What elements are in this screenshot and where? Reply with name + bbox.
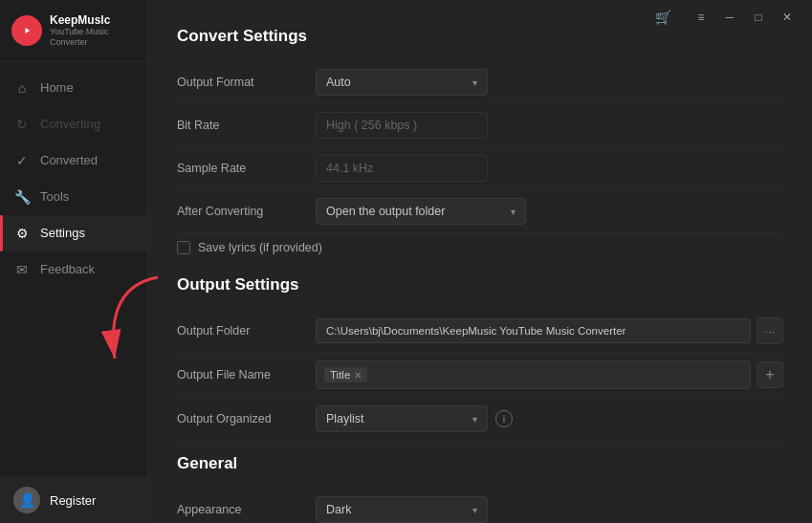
bit-rate-row: Bit Rate High ( 256 kbps ) <box>177 104 783 147</box>
menu-button[interactable]: ≡ <box>688 8 714 27</box>
output-folder-row: Output Folder C:\Users\bj\Documents\Keep… <box>177 310 783 353</box>
converting-icon: ↻ <box>13 116 31 133</box>
output-filename-row: Output File Name Title ✕ + <box>177 353 783 398</box>
close-button[interactable]: ✕ <box>774 8 801 27</box>
sidebar: KeepMuslc YouTube Music Converter ⌂ Home… <box>0 0 148 523</box>
tag-close-icon[interactable]: ✕ <box>354 370 362 381</box>
sidebar-item-label-feedback: Feedback <box>40 262 95 276</box>
sample-rate-control: 44.1 kHz <box>316 155 783 182</box>
chevron-down-icon: ▾ <box>472 505 477 515</box>
feedback-icon: ✉ <box>13 261 31 278</box>
output-organized-dropdown[interactable]: Playlist ▾ <box>316 405 488 432</box>
add-file-name-button[interactable]: + <box>757 361 783 388</box>
chevron-down-icon: ▾ <box>472 414 477 425</box>
converted-icon: ✓ <box>13 152 31 169</box>
sidebar-item-label-converting: Converting <box>40 117 100 131</box>
sidebar-item-label-settings: Settings <box>40 226 85 240</box>
tools-icon: 🔧 <box>13 188 31 206</box>
app-subtitle: YouTube Music Converter <box>50 27 136 48</box>
tag-input-row: Title ✕ + <box>316 360 783 389</box>
titlebar: 🛒 ≡ ─ □ ✕ <box>638 0 812 34</box>
cart-icon[interactable]: 🛒 <box>649 8 676 27</box>
logo-area: KeepMuslc YouTube Music Converter <box>0 0 147 62</box>
title-tag: Title ✕ <box>324 367 367 382</box>
output-organized-value: Playlist <box>326 412 364 425</box>
output-format-control: Auto ▾ <box>316 69 783 96</box>
output-folder-control: C:\Users\bj\Documents\KeepMusic YouTube … <box>316 317 783 344</box>
tag-label: Title <box>330 369 350 381</box>
folder-input[interactable]: C:\Users\bj\Documents\KeepMusic YouTube … <box>316 318 751 343</box>
output-folder-label: Output Folder <box>177 324 316 338</box>
home-icon: ⌂ <box>13 79 31 97</box>
sample-rate-row: Sample Rate 44.1 kHz <box>177 147 783 190</box>
bit-rate-value: High ( 256 kbps ) <box>316 112 488 139</box>
output-format-label: Output Format <box>177 76 316 89</box>
settings-icon: ⚙ <box>13 225 31 242</box>
chevron-down-icon: ▾ <box>472 77 477 88</box>
appearance-dropdown[interactable]: Dark ▾ <box>316 496 488 523</box>
appearance-row: Appearance Dark ▾ <box>177 489 783 523</box>
avatar: 👤 <box>13 487 40 513</box>
main-content: 🛒 ≡ ─ □ ✕ Convert Settings Output Format… <box>148 0 812 523</box>
sidebar-item-tools[interactable]: 🔧 Tools <box>0 179 147 215</box>
output-format-dropdown[interactable]: Auto ▾ <box>316 69 488 96</box>
after-converting-row: After Converting Open the output folder … <box>177 190 783 233</box>
sample-rate-label: Sample Rate <box>177 162 316 175</box>
minimize-button[interactable]: ─ <box>716 8 743 27</box>
after-converting-control: Open the output folder ▾ <box>316 198 783 225</box>
sidebar-item-converted[interactable]: ✓ Converted <box>0 142 147 179</box>
maximize-button[interactable]: □ <box>745 8 772 27</box>
folder-browse-button[interactable]: ··· <box>757 317 783 344</box>
output-filename-control: Title ✕ + <box>316 360 783 389</box>
register-area[interactable]: 👤 Register <box>0 477 147 523</box>
sidebar-item-settings[interactable]: ⚙ Settings <box>0 215 147 251</box>
content-area: Convert Settings Output Format Auto ▾ Bi… <box>148 0 812 523</box>
bit-rate-control: High ( 256 kbps ) <box>316 112 783 139</box>
output-format-row: Output Format Auto ▾ <box>177 61 783 104</box>
output-organized-row: Output Organized Playlist ▾ i <box>177 398 783 441</box>
nav-items: ⌂ Home ↻ Converting ✓ Converted 🔧 Tools … <box>0 62 147 477</box>
output-organized-label: Output Organized <box>177 412 316 425</box>
sidebar-item-home[interactable]: ⌂ Home <box>0 70 147 106</box>
chevron-down-icon: ▾ <box>511 207 516 217</box>
appearance-control: Dark ▾ <box>316 496 783 523</box>
app-logo-icon <box>11 15 42 46</box>
appearance-value: Dark <box>326 503 351 516</box>
app-name: KeepMuslc <box>50 13 136 27</box>
output-organized-control: Playlist ▾ i <box>316 405 783 432</box>
folder-input-row: C:\Users\bj\Documents\KeepMusic YouTube … <box>316 317 783 344</box>
general-title: General <box>177 454 783 473</box>
output-format-value: Auto <box>326 76 351 89</box>
after-converting-label: After Converting <box>177 205 316 218</box>
sidebar-item-label-home: Home <box>40 80 74 95</box>
after-converting-dropdown[interactable]: Open the output folder ▾ <box>316 198 526 225</box>
tag-area[interactable]: Title ✕ <box>316 360 751 389</box>
appearance-label: Appearance <box>177 503 316 516</box>
output-settings-title: Output Settings <box>177 275 783 294</box>
save-lyrics-checkbox[interactable] <box>177 241 190 254</box>
sidebar-item-label-tools: Tools <box>40 189 69 204</box>
sidebar-item-converting: ↻ Converting <box>0 106 147 142</box>
active-indicator <box>0 215 3 251</box>
save-lyrics-label: Save lyrics (if provided) <box>198 241 322 254</box>
save-lyrics-row: Save lyrics (if provided) <box>177 233 783 262</box>
sidebar-item-feedback[interactable]: ✉ Feedback <box>0 251 147 288</box>
after-converting-value: Open the output folder <box>326 205 445 218</box>
logo-text: KeepMuslc YouTube Music Converter <box>50 13 136 48</box>
bit-rate-label: Bit Rate <box>177 119 316 132</box>
output-filename-label: Output File Name <box>177 368 316 381</box>
sidebar-item-label-converted: Converted <box>40 153 98 167</box>
register-label: Register <box>50 493 96 508</box>
sample-rate-value: 44.1 kHz <box>316 155 488 182</box>
info-icon[interactable]: i <box>495 410 513 427</box>
